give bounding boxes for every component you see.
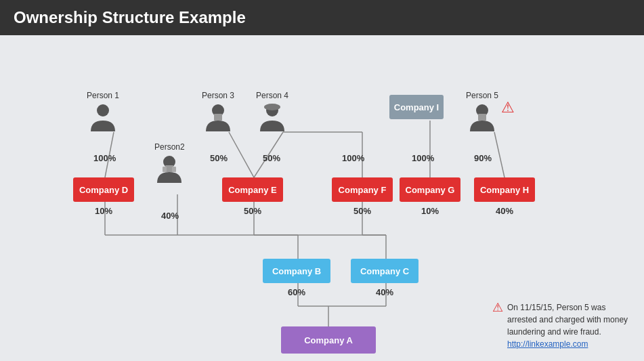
pct-person4-companyF: 100%: [342, 153, 364, 163]
pct-companyD: 10%: [95, 206, 112, 216]
pct-companyH: 40%: [496, 206, 513, 216]
companyH-node: Company H 40%: [474, 177, 535, 219]
pct-person3: 50%: [210, 153, 228, 163]
companyD-node: Company D 10%: [73, 177, 134, 219]
pct-companyG: 10%: [421, 206, 439, 216]
svg-rect-27: [163, 167, 167, 172]
pct-companyF: 50%: [353, 206, 371, 216]
alert-link[interactable]: http://linkexample.com: [507, 339, 588, 349]
pct-person4: 50%: [263, 153, 280, 163]
companyD-box: Company D: [73, 177, 134, 202]
person5-node: Person 5 ⚠: [466, 91, 498, 134]
person2-label: Person2: [154, 142, 185, 152]
svg-line-4: [229, 132, 254, 177]
companyB-box: Company B: [263, 259, 330, 283]
person4-node: Person 4: [256, 91, 288, 131]
person4-label: Person 4: [256, 91, 288, 100]
svg-rect-30: [214, 114, 222, 121]
companyG-node: Company G 10%: [400, 177, 460, 219]
companyH-box: Company H: [474, 177, 535, 202]
person3-node: Person 3: [202, 91, 234, 131]
person2-icon: [154, 153, 184, 183]
svg-rect-34: [478, 114, 486, 121]
page-title: Ownership Structure Example: [0, 0, 644, 35]
pct-person1-companyD: 100%: [93, 153, 116, 163]
pct-person5: 90%: [474, 153, 492, 163]
alert-text: On 11/15/15, Person 5 was arrested and c…: [507, 303, 628, 337]
pct-companyI-companyG: 100%: [412, 153, 434, 163]
person5-warning-icon: ⚠: [501, 99, 515, 116]
svg-rect-28: [172, 167, 176, 172]
companyF-node: Company F 50%: [332, 177, 393, 219]
pct-companyB: 60%: [288, 287, 305, 297]
companyB-node: Company B 60%: [263, 259, 330, 300]
person3-icon: [203, 102, 233, 131]
person3-label: Person 3: [202, 91, 234, 100]
pct-companyC: 40%: [376, 287, 393, 297]
pct-person2: 40%: [161, 211, 179, 221]
alert-box: ⚠ On 11/15/15, Person 5 was arrested and…: [492, 301, 635, 350]
companyG-box: Company G: [400, 177, 460, 202]
person1-label: Person 1: [87, 91, 119, 100]
person1-icon: [88, 102, 118, 131]
person2-node: Person2: [154, 142, 185, 183]
person5-icon: [467, 102, 497, 131]
person5-label: Person 5: [466, 91, 498, 100]
companyI-node: Company I: [389, 95, 444, 119]
companyE-node: Company E 50%: [222, 177, 283, 219]
companyE-box: Company E: [222, 177, 283, 202]
companyA-node: Company A: [281, 326, 376, 354]
svg-point-32: [264, 104, 280, 110]
svg-line-15: [494, 132, 505, 177]
companyC-box: Company C: [351, 259, 418, 283]
person4-icon: [257, 102, 287, 131]
diagram-area: Person 1 Person2 Person 3 Person 4: [0, 35, 644, 361]
person1-node: Person 1: [87, 91, 119, 131]
alert-warning-icon: ⚠: [492, 301, 503, 314]
companyF-box: Company F: [332, 177, 393, 202]
companyA-box: Company A: [281, 326, 376, 354]
companyI-box: Company I: [389, 95, 444, 119]
svg-point-24: [97, 104, 109, 116]
companyC-node: Company C 40%: [351, 259, 418, 300]
pct-companyE: 50%: [244, 206, 261, 216]
